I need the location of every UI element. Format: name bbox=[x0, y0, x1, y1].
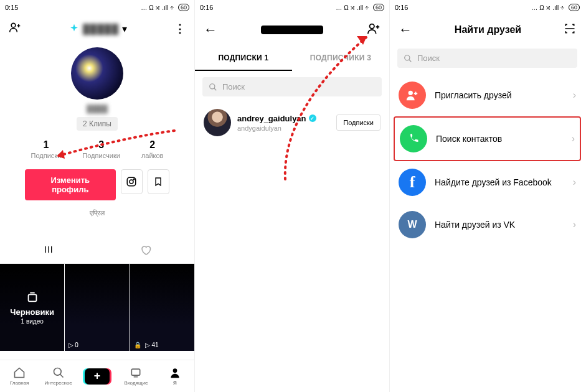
edit-profile-button[interactable]: Изменить профиль bbox=[25, 169, 116, 200]
play-icon: ▷ bbox=[69, 342, 73, 348]
sparkle-icon bbox=[69, 23, 80, 34]
nav-create[interactable]: + bbox=[78, 360, 116, 392]
drafts-icon bbox=[26, 290, 39, 304]
back-button[interactable]: ← bbox=[204, 22, 217, 38]
profile-tabs bbox=[0, 240, 194, 264]
follow-tabs: ПОДПИСКИ 1 ПОДПИСЧИКИ 3 bbox=[195, 47, 389, 71]
stat-followers[interactable]: 3 Подписчики bbox=[82, 139, 120, 159]
add-friend-button[interactable] bbox=[367, 22, 380, 38]
instagram-icon bbox=[126, 176, 137, 187]
search-icon bbox=[52, 366, 65, 379]
status-bar: 0:16 …Ω ⤨ .ıll ᯤ60 bbox=[390, 0, 585, 15]
nav-inbox[interactable]: Входящие bbox=[116, 360, 155, 392]
status-bar: 0:16 …Ω ⤨ .ıll ᯤ60 bbox=[195, 0, 389, 15]
pane-find-friends: 0:16 …Ω ⤨ .ıll ᯤ60 ← Найти друзей Поиск … bbox=[390, 0, 585, 392]
user-avatar[interactable] bbox=[204, 109, 231, 136]
svg-point-10 bbox=[405, 55, 410, 60]
bottom-nav: Главная Интересное + Входящие Я bbox=[0, 360, 194, 392]
search-icon bbox=[209, 83, 217, 91]
username-redacted bbox=[261, 26, 323, 34]
chevron-right-icon: › bbox=[573, 219, 576, 230]
search-input[interactable]: Поиск bbox=[397, 49, 577, 68]
thumbnail-drafts[interactable]: Черновики 1 видео bbox=[0, 264, 65, 351]
status-time: 0:15 bbox=[5, 4, 18, 11]
inbox-icon bbox=[130, 366, 142, 379]
tab-following[interactable]: ПОДПИСКИ 1 bbox=[195, 47, 292, 71]
svg-point-7 bbox=[172, 368, 177, 373]
thumbnail-video-2[interactable]: 🔒 ▷41 bbox=[130, 264, 194, 351]
username-dropdown[interactable]: █████ ▾ bbox=[69, 23, 127, 35]
svg-rect-6 bbox=[132, 369, 140, 375]
stat-following[interactable]: 1 Подписки bbox=[31, 139, 62, 159]
page-title: Найти друзей bbox=[455, 24, 521, 35]
user-name: andrey_gaidulyan bbox=[237, 114, 330, 123]
pane-profile: 0:15 …Ω ⤨ .ıll ᯤ 60 █████ ▾ ⋮ ████ 2 Кли… bbox=[0, 0, 195, 392]
vk-icon: W bbox=[399, 211, 426, 238]
search-icon bbox=[404, 54, 412, 63]
svg-point-3 bbox=[134, 179, 135, 180]
video-thumbnails: Черновики 1 видео ▷0 🔒 ▷41 bbox=[0, 264, 194, 351]
profile-bio: एप्रिल bbox=[0, 209, 194, 217]
scan-icon bbox=[564, 22, 576, 35]
chevron-right-icon: › bbox=[573, 177, 576, 188]
instagram-button[interactable] bbox=[121, 169, 143, 194]
home-icon bbox=[13, 366, 26, 379]
plus-icon: + bbox=[85, 368, 110, 385]
nav-home[interactable]: Главная bbox=[0, 360, 39, 392]
bookmark-icon bbox=[153, 177, 163, 187]
phone-icon bbox=[400, 125, 427, 152]
status-time: 0:16 bbox=[395, 4, 408, 11]
profile-handle: ████ bbox=[0, 105, 194, 113]
profile-avatar[interactable] bbox=[71, 47, 123, 100]
nav-discover[interactable]: Интересное bbox=[39, 360, 77, 392]
grid-icon bbox=[44, 245, 54, 254]
chevron-right-icon: › bbox=[572, 133, 575, 144]
follow-button[interactable]: Подписки bbox=[336, 114, 380, 131]
user-row[interactable]: andrey_gaidulyan andygaidulyan Подписки bbox=[195, 104, 389, 141]
lock-icon: 🔒 bbox=[134, 342, 141, 348]
option-vk[interactable]: W Найти друзей из VK › bbox=[390, 203, 585, 246]
person-icon bbox=[169, 366, 181, 379]
status-bar: 0:15 …Ω ⤨ .ıll ᯤ 60 bbox=[0, 0, 194, 15]
svg-point-0 bbox=[11, 23, 16, 27]
chevron-down-icon: ▾ bbox=[122, 23, 127, 35]
option-facebook[interactable]: f Найдите друзей из Facebook › bbox=[390, 161, 585, 203]
invite-icon bbox=[399, 82, 426, 109]
battery-icon: 60 bbox=[178, 4, 189, 11]
more-menu-icon[interactable]: ⋮ bbox=[174, 22, 186, 35]
highlight-annotation: Поиск контактов › bbox=[394, 116, 581, 161]
bookmark-button[interactable] bbox=[148, 169, 169, 194]
add-friend-icon[interactable] bbox=[9, 21, 21, 37]
status-right: …Ω ⤨ .ıll ᯤ 60 bbox=[141, 4, 189, 11]
nav-me[interactable]: Я bbox=[156, 360, 194, 392]
play-icon: ▷ bbox=[145, 342, 150, 348]
svg-point-5 bbox=[54, 368, 61, 376]
tab-liked[interactable] bbox=[97, 240, 194, 263]
search-input[interactable]: Поиск bbox=[202, 77, 382, 96]
user-handle: andygaidulyan bbox=[237, 124, 330, 132]
heart-lock-icon bbox=[140, 245, 151, 256]
option-invite[interactable]: Пригласить друзей › bbox=[390, 74, 585, 116]
add-friend-icon bbox=[367, 22, 380, 35]
svg-rect-4 bbox=[28, 294, 36, 301]
tab-grid[interactable] bbox=[0, 240, 97, 263]
stat-likes[interactable]: 2 лайков bbox=[141, 139, 164, 159]
svg-point-8 bbox=[370, 24, 374, 29]
back-button[interactable]: ← bbox=[399, 22, 412, 38]
pane-following: 0:16 …Ω ⤨ .ıll ᯤ60 ← ПОДПИСКИ 1 ПОДПИСЧИ… bbox=[195, 0, 390, 392]
facebook-icon: f bbox=[399, 169, 426, 196]
verified-icon bbox=[309, 114, 316, 122]
svg-point-11 bbox=[409, 91, 413, 95]
option-contacts[interactable]: Поиск контактов › bbox=[395, 118, 580, 160]
clips-badge[interactable]: 2 Клипы bbox=[77, 117, 118, 131]
profile-stats: 1 Подписки 3 Подписчики 2 лайков bbox=[0, 139, 194, 159]
tab-followers[interactable]: ПОДПИСЧИКИ 3 bbox=[292, 47, 389, 71]
status-time: 0:16 bbox=[200, 4, 213, 11]
scan-button[interactable] bbox=[564, 22, 576, 37]
svg-point-2 bbox=[130, 180, 133, 184]
svg-point-9 bbox=[210, 83, 215, 88]
thumbnail-video-1[interactable]: ▷0 bbox=[65, 264, 130, 351]
chevron-right-icon: › bbox=[573, 90, 576, 101]
